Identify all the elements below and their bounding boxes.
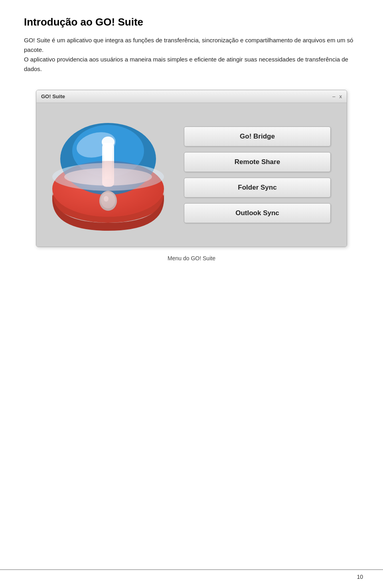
window-body: Go! Bridge Remote Share Folder Sync Outl… bbox=[36, 103, 347, 247]
svg-point-12 bbox=[102, 137, 115, 148]
buttons-area: Go! Bridge Remote Share Folder Sync Outl… bbox=[180, 111, 339, 239]
close-button[interactable]: x bbox=[340, 93, 342, 99]
image-caption: Menu do GO! Suite bbox=[24, 255, 359, 261]
go-bridge-button[interactable]: Go! Bridge bbox=[184, 127, 331, 147]
page-body: GO! Suite é um aplicativo que integra as… bbox=[24, 36, 359, 74]
go-suite-window: GO! Suite – x bbox=[36, 90, 347, 247]
svg-point-13 bbox=[52, 161, 164, 217]
folder-sync-button[interactable]: Folder Sync bbox=[184, 178, 331, 198]
window-title: GO! Suite bbox=[41, 93, 65, 99]
minimize-button[interactable]: – bbox=[332, 93, 335, 99]
paragraph-2: O aplicativo providencia aos usuários a … bbox=[24, 55, 359, 74]
go-suite-logo bbox=[48, 115, 168, 235]
paragraph-1: GO! Suite é um aplicativo que integra as… bbox=[24, 36, 359, 55]
logo-area bbox=[44, 111, 172, 239]
page-number: 10 bbox=[357, 574, 363, 580]
window-controls: – x bbox=[332, 93, 342, 99]
window-titlebar: GO! Suite – x bbox=[36, 90, 347, 103]
remote-share-button[interactable]: Remote Share bbox=[184, 152, 331, 172]
outlook-sync-button[interactable]: Outlook Sync bbox=[184, 203, 331, 223]
page-title: Introdução ao GO! Suite bbox=[24, 16, 359, 28]
bottom-divider bbox=[0, 569, 383, 570]
